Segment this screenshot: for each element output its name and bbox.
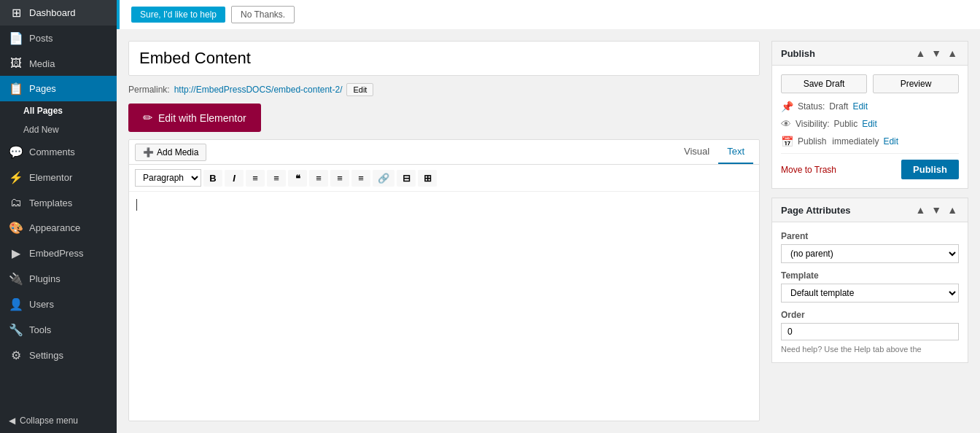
sidebar-item-templates[interactable]: 🗂 Templates [0,190,117,215]
tab-visual[interactable]: Visual [675,140,718,164]
text-cursor [136,199,137,211]
sidebar-item-label: Elementor [29,172,72,183]
visibility-edit-link[interactable]: Edit [862,119,877,129]
right-panel: Publish ▲ ▼ ▲ Save Draft Preview 📌 Statu… [771,41,968,421]
table-button[interactable]: ⊞ [418,170,437,187]
template-label: Template [781,270,959,281]
help-text: Need help? Use the Help tab above the [781,345,959,354]
editor-tab-bar: ➕ Add Media Visual Text [129,140,759,165]
add-media-button[interactable]: ➕ Add Media [135,144,206,161]
blockquote-button[interactable]: ❝ [288,170,307,187]
sidebar-item-label: EmbedPress [29,248,83,259]
editor-tabs: Visual Text [675,140,753,164]
italic-button[interactable]: I [225,170,244,187]
publish-time-row: 📅 Publish immediately Edit [781,136,959,147]
sidebar-item-media[interactable]: 🖼 Media [0,51,117,76]
sidebar-subitem-add-new[interactable]: Add New [0,120,117,139]
attributes-panel-close-button[interactable]: ▲ [946,204,959,216]
edit-with-elementor-button[interactable]: ✏ Edit with Elementor [128,104,261,132]
publish-collapse-down-button[interactable]: ▼ [930,47,943,59]
sidebar-item-pages[interactable]: 📋 Pages [0,76,117,101]
media-icon: 🖼 [9,57,23,70]
publish-panel-title: Publish [781,48,815,59]
collapse-menu-button[interactable]: ◀ Collapse menu [0,408,117,433]
bold-button[interactable]: B [203,170,222,187]
permalink-edit-button[interactable]: Edit [346,83,373,96]
sidebar-item-label: Tools [29,324,51,335]
status-edit-link[interactable]: Edit [852,101,868,112]
publish-bottom-row: Move to Trash Publish [781,160,959,179]
content-area: Permalink: http://EmbedPressDOCS/embed-c… [117,29,980,433]
post-title-input[interactable] [128,41,760,76]
sidebar-subitem-all-pages[interactable]: All Pages [0,101,117,120]
sidebar-item-elementor[interactable]: ⚡ Elementor [0,165,117,190]
preview-button[interactable]: Preview [873,74,959,93]
sidebar-item-label: Templates [29,198,72,208]
attributes-collapse-up-button[interactable]: ▲ [914,204,927,216]
page-attributes-controls: ▲ ▼ ▲ [914,204,959,216]
publish-collapse-up-button[interactable]: ▲ [914,47,927,59]
plugins-icon: 🔌 [9,272,23,286]
editor-content-area[interactable] [129,192,759,323]
settings-icon: ⚙ [9,348,23,362]
align-left-button[interactable]: ≡ [309,170,328,187]
parent-label: Parent [781,231,959,241]
parent-select[interactable]: (no parent) [781,244,959,263]
posts-icon: 📄 [9,31,23,45]
format-select[interactable]: Paragraph [135,169,201,187]
align-right-button[interactable]: ≡ [351,170,370,187]
sidebar-item-label: Posts [29,33,53,44]
page-attributes-title: Page Attributes [781,205,851,216]
publish-panel-header: Publish ▲ ▼ ▲ [772,42,968,66]
order-input[interactable] [781,323,959,340]
publish-button[interactable]: Publish [901,160,959,179]
editor-toolbar: Paragraph B I ≡ ≡ ❝ ≡ ≡ ≡ 🔗 ⊟ ⊞ [129,165,759,192]
publish-time-label: Publish [798,136,826,147]
page-attributes-body: Parent (no parent) Template Default temp… [772,222,968,362]
pages-icon: 📋 [9,82,23,95]
publish-time-edit-link[interactable]: Edit [883,136,898,147]
comments-icon: 💬 [9,145,23,159]
publish-time-value: immediately [832,136,879,147]
sidebar-item-tools[interactable]: 🔧 Tools [0,317,117,343]
ordered-list-button[interactable]: ≡ [267,170,286,187]
sidebar-item-settings[interactable]: ⚙ Settings [0,343,117,368]
attributes-collapse-down-button[interactable]: ▼ [930,204,943,216]
tab-text[interactable]: Text [718,140,753,164]
sidebar-item-label: Media [29,58,55,69]
unordered-list-button[interactable]: ≡ [246,170,265,187]
permalink-url[interactable]: http://EmbedPressDOCS/embed-content-2/ [174,85,343,95]
sidebar-item-label: Settings [29,350,63,361]
sidebar-item-embedpress[interactable]: ▶ EmbedPress [0,241,117,266]
appearance-icon: 🎨 [9,221,23,235]
main-area: Sure, I'd like to help No Thanks. Permal… [117,0,980,433]
sidebar-item-comments[interactable]: 💬 Comments [0,139,117,165]
template-select[interactable]: Default template [781,284,959,303]
publish-panel-body: Save Draft Preview 📌 Status: Draft Edit … [772,66,968,188]
status-row: 📌 Status: Draft Edit [781,101,959,112]
unlink-button[interactable]: ⊟ [397,170,416,187]
publish-panel-controls: ▲ ▼ ▲ [914,47,959,59]
sidebar-item-label: Pages [29,83,56,94]
publish-panel-close-button[interactable]: ▲ [946,47,959,59]
publish-actions-row: Save Draft Preview [781,74,959,93]
save-draft-button[interactable]: Save Draft [781,74,867,93]
sidebar-item-label: Plugins [29,273,61,284]
divider [781,153,959,154]
move-to-trash-link[interactable]: Move to Trash [781,165,836,175]
sidebar-item-label: Appearance [29,222,80,233]
sidebar-item-plugins[interactable]: 🔌 Plugins [0,266,117,292]
visibility-icon: 👁 [781,118,791,130]
visibility-value: Public [833,119,858,129]
help-no-button[interactable]: No Thanks. [231,6,295,23]
sidebar-item-posts[interactable]: 📄 Posts [0,26,117,51]
embedpress-icon: ▶ [9,246,23,260]
link-button[interactable]: 🔗 [373,170,394,187]
add-media-icon: ➕ [143,147,154,157]
help-yes-button[interactable]: Sure, I'd like to help [131,7,225,23]
align-center-button[interactable]: ≡ [330,170,349,187]
sidebar-item-dashboard[interactable]: ⊞ Dashboard [0,0,117,26]
sidebar-item-users[interactable]: 👤 Users [0,292,117,317]
publish-panel: Publish ▲ ▼ ▲ Save Draft Preview 📌 Statu… [771,41,968,189]
sidebar-item-appearance[interactable]: 🎨 Appearance [0,215,117,241]
